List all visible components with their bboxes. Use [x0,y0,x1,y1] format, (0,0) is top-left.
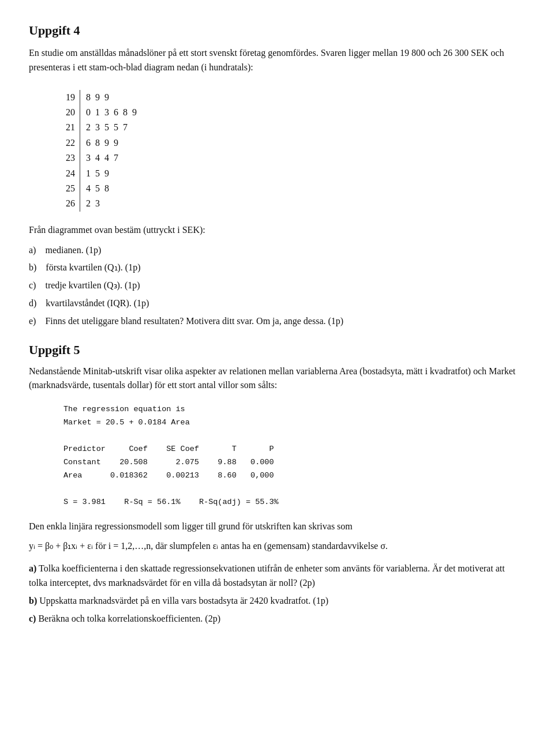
leaf-values: 0 1 3 6 8 9 [80,105,141,120]
stem-value: 20 [63,105,80,120]
task4-question-item: d) kvartilavståndet (IQR). (1p) [29,296,525,311]
task4-question-item: a) medianen. (1p) [29,243,525,258]
stem-value: 22 [63,136,80,151]
leaf-values: 2 3 5 5 7 [80,120,141,135]
stem-value: 23 [63,151,80,166]
task4-question-item: e) Finns det uteliggare bland resultaten… [29,314,525,329]
task5-model-text: Den enkla linjära regressionsmodell som … [29,520,525,534]
task4-intro: En studie om anställdas månadslöner på e… [29,46,525,75]
leaf-values: 2 3 [80,196,141,211]
stem-value: 26 [63,196,80,211]
task5-question-item: b) Uppskatta marknadsvärdet på en villa … [29,594,525,608]
stem-value: 21 [63,120,80,135]
task5-intro: Nedanstående Minitab-utskrift visar olik… [29,364,525,393]
stem-value: 24 [63,166,80,181]
task5-questions: a) Tolka koefficienterna i den skattade … [29,562,525,626]
stem-leaf-diagram: 198 9 9200 1 3 6 8 9212 3 5 5 7226 8 9 9… [63,90,140,212]
leaf-values: 4 5 8 [80,181,141,196]
leaf-values: 1 5 9 [80,166,141,181]
task5-question-item: a) Tolka koefficienterna i den skattade … [29,562,525,590]
task4-question-item: c) tredje kvartilen (Q₃). (1p) [29,279,525,293]
minitab-output: The regression equation is Market = 20.5… [63,403,525,509]
stem-value: 19 [63,90,80,105]
stem-value: 25 [63,181,80,196]
task5-question-item: c) Beräkna och tolka korrelationskoeffic… [29,612,525,626]
from-diagram-label: Från diagrammet ovan bestäm (uttryckt i … [29,223,525,238]
leaf-values: 3 4 4 7 [80,151,141,166]
leaf-values: 6 8 9 9 [80,136,141,151]
task4-questions: a) medianen. (1p)b) första kvartilen (Q₁… [29,243,525,329]
task5-model-eq: yᵢ = β₀ + β₁xᵢ + εᵢ för i = 1,2,…,n, där… [29,539,525,554]
task4-title: Uppgift 4 [29,23,525,38]
task4-question-item: b) första kvartilen (Q₁). (1p) [29,261,525,275]
task5-title: Uppgift 5 [29,343,525,358]
leaf-values: 8 9 9 [80,90,141,105]
